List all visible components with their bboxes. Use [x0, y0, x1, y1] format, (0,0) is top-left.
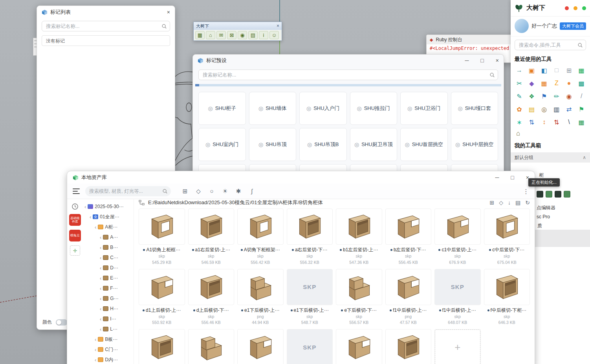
recent-tool-icon[interactable]: ✂	[514, 79, 525, 88]
recent-tool-icon[interactable]: ⇄	[564, 105, 575, 113]
ruby-console-titlebar[interactable]: ◆ Ruby 控制台	[427, 35, 517, 44]
partial-tool-label[interactable]: 质	[537, 223, 542, 229]
preset-button[interactable]: ◎SHU首层挑空	[400, 128, 448, 161]
tree-node[interactable]: ‹全01全屋···	[83, 212, 134, 222]
preset-button[interactable]: ◎SHU吊顶	[249, 128, 297, 161]
asset-card[interactable]: SKPh1左前竖切-上···	[287, 329, 333, 364]
lock-icon[interactable]: ⊠	[227, 31, 236, 39]
user-icon[interactable]: ☺	[269, 31, 279, 39]
partial-tool-label[interactable]: 柜	[539, 172, 544, 179]
recent-tool-icon[interactable]: ▦	[539, 79, 550, 88]
asset-card[interactable]: c1中后竖切-上···skp676.9 KB	[434, 209, 481, 266]
recent-tool-icon[interactable]: ⇅	[526, 118, 537, 126]
asset-card[interactable]: A1切角上柜框···skp545.29 KB	[139, 209, 185, 266]
recent-tool-icon[interactable]: ✿	[514, 105, 525, 113]
tree-node[interactable]: ‹H···	[83, 304, 134, 314]
tree-node[interactable]: ‹L···	[83, 324, 134, 334]
maximize-icon[interactable]: □	[480, 57, 484, 64]
close-icon[interactable]: ×	[496, 57, 499, 64]
window-dot-green[interactable]	[582, 6, 586, 10]
tree-node[interactable]: ‹I···	[83, 314, 134, 324]
plugin-search-input[interactable]	[515, 40, 586, 50]
asset-card[interactable]: a1右后竖切-上···skp546.59 KB	[188, 209, 235, 266]
tree-node[interactable]: ‹B···	[83, 242, 134, 252]
recent-tool-icon[interactable]: ∗	[514, 118, 525, 126]
material-icon[interactable]: ○	[208, 188, 216, 195]
minimize-icon[interactable]: ─	[495, 174, 499, 181]
tree-node[interactable]: ‹C···	[83, 252, 134, 263]
default-group-header[interactable]: 默认分组 ∧	[511, 152, 590, 163]
apps-icon[interactable]: ⊞	[181, 188, 189, 195]
preset-button[interactable]: ◎SHU室内门	[198, 128, 246, 161]
refresh-icon[interactable]: ↻	[525, 199, 530, 206]
asset-card[interactable]: a右后竖切-下···skp556.32 KB	[287, 209, 333, 266]
recent-tool-icon[interactable]: ⇅	[551, 118, 562, 126]
recent-tool-icon[interactable]: \	[564, 118, 575, 126]
window-dot-red[interactable]	[565, 6, 569, 10]
tag-search-input[interactable]	[42, 21, 170, 31]
info-icon[interactable]: i	[259, 31, 268, 39]
recent-tool-icon[interactable]: ◉	[564, 92, 575, 101]
toolbar-titlebar[interactable]: 大树下 ×	[194, 22, 282, 30]
recent-tool-icon[interactable]: ▩	[576, 79, 587, 88]
recent-tool-icon[interactable]: →	[514, 66, 525, 75]
recent-tool-icon[interactable]: ↕	[539, 118, 550, 126]
partial-tool-icons[interactable]	[537, 191, 570, 198]
component-icon[interactable]: ✱	[235, 188, 242, 195]
close-icon[interactable]: ×	[167, 9, 170, 15]
recent-tool-icon[interactable]: ◧	[539, 66, 550, 75]
cabinet-icon[interactable]: ▤	[248, 31, 258, 39]
recent-tool-icon[interactable]: ⚑	[539, 92, 550, 101]
recent-tool-icon[interactable]: ⊞	[564, 66, 575, 75]
partial-tool-label[interactable]: 点编辑器	[537, 205, 555, 211]
light-icon[interactable]: ☀	[221, 188, 229, 195]
recent-tool-icon[interactable]: ▥	[551, 105, 562, 113]
tree-node[interactable]: ‹E···	[83, 273, 134, 283]
recent-tool-icon[interactable]: Z	[551, 79, 562, 88]
recent-tool-icon[interactable]: ◆	[526, 79, 537, 88]
open-folder-icon[interactable]: ▤	[515, 199, 520, 206]
tree-node[interactable]: ‹D···	[83, 263, 134, 273]
asset-card[interactable]: h左前竖切-下···	[336, 329, 382, 364]
preset-button[interactable]: ◎SHU推拉门	[350, 92, 398, 125]
hierarchy-icon[interactable]	[139, 199, 145, 206]
add-model-icon[interactable]: ⊞	[490, 199, 495, 206]
recent-tool-icon[interactable]: ✎	[514, 92, 525, 101]
partial-tool-label[interactable]: sc Pro	[537, 214, 550, 219]
preset-button[interactable]: ◎SHU垭口套	[451, 92, 498, 125]
close-icon[interactable]: ×	[277, 23, 279, 29]
recent-tool-icon[interactable]: ▣	[526, 66, 537, 75]
more-options-icon[interactable]: ⋮	[523, 188, 529, 195]
asset-card[interactable]: d1上后横切-上···skp550.92 KB	[139, 269, 185, 326]
preset-button[interactable]: ◎SHU厨卫吊顶	[350, 128, 398, 161]
asset-card[interactable]: f1中后横切-上···png47.57 KB	[385, 269, 432, 326]
tree-node[interactable]: ‹G···	[83, 293, 134, 304]
recent-tool-icon[interactable]: ❖	[526, 92, 537, 101]
recent-tool-icon[interactable]: ▦	[576, 118, 587, 126]
asset-card[interactable]: d上后横切-下···skp556.46 KB	[188, 269, 235, 326]
recent-tool-icon[interactable]: /	[576, 92, 587, 101]
tree-node[interactable]: ‹F···	[83, 283, 134, 293]
motuyun-badge[interactable]: 模兔云	[69, 230, 81, 241]
tag-preset-titlebar[interactable]: 标记预设 ─ □ ×	[193, 55, 504, 66]
tag-list-titlebar[interactable]: 标记列表 ×	[37, 6, 175, 18]
color-toggle[interactable]	[56, 319, 68, 326]
add-library-icon[interactable]: ✛	[70, 245, 80, 256]
preset-button[interactable]: ◎SHU入户门	[299, 92, 347, 125]
recent-tool-icon[interactable]: ⚑	[576, 105, 587, 113]
recent-tool-icon[interactable]: ✏	[551, 92, 562, 101]
add-asset-placeholder[interactable]: +	[435, 329, 480, 364]
menu-icon[interactable]	[73, 188, 81, 194]
asset-card[interactable]: e下后横切-下···skp556.57 KB	[336, 269, 382, 326]
search-window-icon[interactable]: ◉	[238, 31, 247, 39]
asset-card[interactable]: SKPe1下后横切-上···skp548.7 KB	[287, 269, 333, 326]
recent-tool-icon[interactable]: ◎	[539, 105, 550, 113]
asset-card[interactable]: c中后竖切-下···skp675.04 KB	[484, 209, 530, 266]
asset-card[interactable]: g1左前竖切-上···	[139, 329, 185, 364]
tree-node[interactable]: ‹C门···	[83, 344, 134, 355]
asset-card[interactable]: thumb.png	[385, 329, 432, 364]
tree-node[interactable]: ‹A···	[83, 232, 134, 242]
script-icon[interactable]: ∫	[248, 188, 256, 195]
minimize-icon[interactable]: ─	[465, 57, 469, 64]
cabinet-tool-icon[interactable]: ⌂	[511, 129, 590, 140]
